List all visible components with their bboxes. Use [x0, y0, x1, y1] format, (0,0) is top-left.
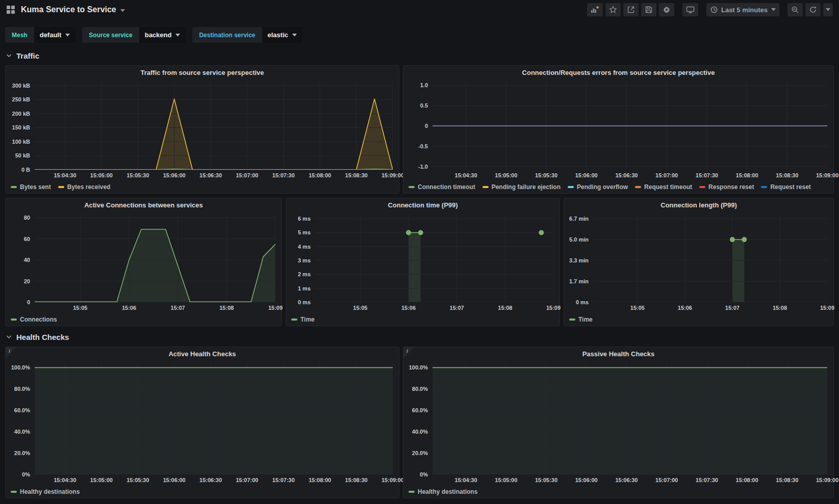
settings-button[interactable]: [659, 3, 674, 16]
refresh-button[interactable]: [805, 3, 821, 16]
chart-canvas[interactable]: [35, 215, 275, 302]
x-axis-label: 15:08:00: [736, 172, 758, 178]
x-axis-label: 15:06: [401, 305, 416, 311]
panel-title[interactable]: Connection length (P99): [564, 198, 833, 211]
legend-label: Bytes received: [67, 183, 111, 191]
plot-area: [35, 82, 393, 170]
variable-value-dropdown[interactable]: default: [34, 27, 76, 43]
y-axis-label: 5.0 min: [564, 236, 589, 243]
save-button[interactable]: [641, 3, 656, 16]
legend-swatch: [291, 319, 297, 321]
x-axis-label: 15:07:30: [272, 172, 295, 178]
time-range-label: Last 5 minutes: [721, 6, 768, 14]
panel-legend: Healthy destinations: [409, 488, 477, 495]
panel-title[interactable]: Active Connections between services: [6, 198, 282, 211]
y-axis-label: 4 ms: [286, 243, 311, 250]
x-axis-label: 15:07:30: [272, 477, 295, 483]
x-axis-label: 15:05: [353, 305, 367, 311]
star-button[interactable]: [605, 3, 621, 16]
chart-canvas[interactable]: [35, 363, 393, 474]
legend-item[interactable]: Pending failure ejection: [482, 183, 561, 191]
legend-item[interactable]: Pending overflow: [568, 183, 628, 191]
x-axis-label: 15:06:00: [575, 477, 598, 483]
legend-item[interactable]: Time: [569, 316, 593, 323]
y-axis-label: 150 kB: [6, 124, 30, 131]
refresh-icon: [809, 6, 817, 14]
variable-label: Destination service: [192, 27, 262, 43]
legend-label: Bytes sent: [20, 183, 51, 191]
legend-item[interactable]: Time: [291, 316, 315, 323]
plot-area: [593, 215, 827, 302]
section-title: Traffic: [16, 51, 39, 60]
plot-area: [35, 363, 393, 474]
panel-info-icon[interactable]: i: [403, 347, 415, 358]
legend-item[interactable]: Healthy destinations: [409, 488, 477, 495]
legend-item[interactable]: Bytes sent: [11, 183, 51, 191]
chart-canvas[interactable]: [35, 82, 393, 170]
chart-canvas[interactable]: [315, 215, 553, 302]
y-axis-label: 3 ms: [286, 257, 311, 264]
legend-item[interactable]: Connection timeout: [409, 183, 475, 191]
x-axis-label: 15:07:00: [655, 477, 678, 483]
info-glyph: i: [9, 348, 10, 354]
x-axis-label: 15:06:00: [163, 172, 186, 178]
variable-value-dropdown[interactable]: elastic: [262, 27, 302, 43]
panel-info-icon[interactable]: i: [6, 347, 17, 358]
legend-label: Pending failure ejection: [492, 183, 561, 191]
panel-title[interactable]: Connection time (P99): [286, 198, 560, 211]
legend-swatch: [568, 186, 574, 188]
y-axis-label: 0: [403, 122, 428, 129]
y-axis-label: 80.0%: [403, 385, 428, 392]
panel-title[interactable]: Active Health Checks: [6, 347, 399, 360]
dashboard-grid-icon[interactable]: [6, 5, 15, 14]
add-panel-button[interactable]: [587, 3, 603, 16]
legend-item[interactable]: Bytes received: [58, 183, 111, 191]
top-navbar: Kuma Service to Service: [0, 0, 839, 19]
legend-item[interactable]: Healthy destinations: [11, 488, 80, 495]
time-range-button[interactable]: Last 5 minutes: [706, 3, 779, 16]
x-axis-label: 15:09:00: [816, 477, 838, 483]
legend-item[interactable]: Request reset: [761, 183, 810, 191]
zoom-out-button[interactable]: [787, 3, 803, 16]
x-axis-label: 15:06:30: [615, 172, 638, 178]
share-button[interactable]: [623, 3, 639, 16]
x-axis-label: 15:07:30: [696, 172, 718, 178]
x-axis-label: 15:06: [122, 305, 136, 311]
panel-title[interactable]: Traffic from source service perspective: [6, 66, 399, 79]
x-axis-label: 15:08: [219, 305, 234, 311]
x-axis-label: 15:07: [171, 305, 185, 311]
dashboard-title-caret[interactable]: [120, 5, 125, 14]
x-axis-label: 15:06:30: [199, 172, 222, 178]
x-axis-label: 15:05:30: [126, 172, 149, 178]
chart-canvas[interactable]: [433, 363, 827, 474]
dashboard-title[interactable]: Kuma Service to Service: [21, 5, 116, 14]
legend-item[interactable]: Response reset: [699, 183, 754, 191]
cycle-view-mode-button[interactable]: [682, 3, 698, 16]
chevron-down-icon: [292, 34, 297, 37]
x-axis-label: 15:06:00: [575, 172, 598, 178]
x-axis-label: 15:08:00: [736, 477, 758, 483]
legend-item[interactable]: Connections: [11, 316, 57, 323]
panel-title[interactable]: Passive Health Checks: [403, 347, 833, 360]
section-title: Health Checks: [16, 333, 69, 341]
panel-errors: Connection/Requests errors from source s…: [403, 65, 834, 194]
legend-item[interactable]: Request timeout: [635, 183, 692, 191]
panel-title[interactable]: Connection/Requests errors from source s…: [403, 66, 833, 79]
panel-connection-length: Connection length (P99)0 ms1.7 min3.3 mi…: [564, 198, 834, 326]
plot-area: [35, 215, 275, 302]
x-axis-label: 15:04:30: [455, 477, 477, 483]
chart-canvas[interactable]: [433, 82, 827, 170]
y-axis-label: 0 B: [6, 166, 30, 173]
y-axis-label: 1 ms: [286, 285, 311, 292]
variable-value: backend: [145, 31, 172, 39]
y-axis-label: 60.0%: [6, 407, 30, 414]
chart-canvas[interactable]: [593, 215, 827, 302]
y-axis-label: 0 ms: [564, 299, 589, 306]
star-icon: [609, 6, 617, 14]
refresh-interval-dropdown[interactable]: [823, 3, 833, 16]
plot-area: [433, 82, 827, 170]
section-traffic[interactable]: Traffic: [6, 49, 39, 62]
section-health-checks[interactable]: Health Checks: [6, 331, 69, 343]
variable-label: Source service: [82, 27, 139, 43]
variable-value-dropdown[interactable]: backend: [139, 27, 186, 43]
